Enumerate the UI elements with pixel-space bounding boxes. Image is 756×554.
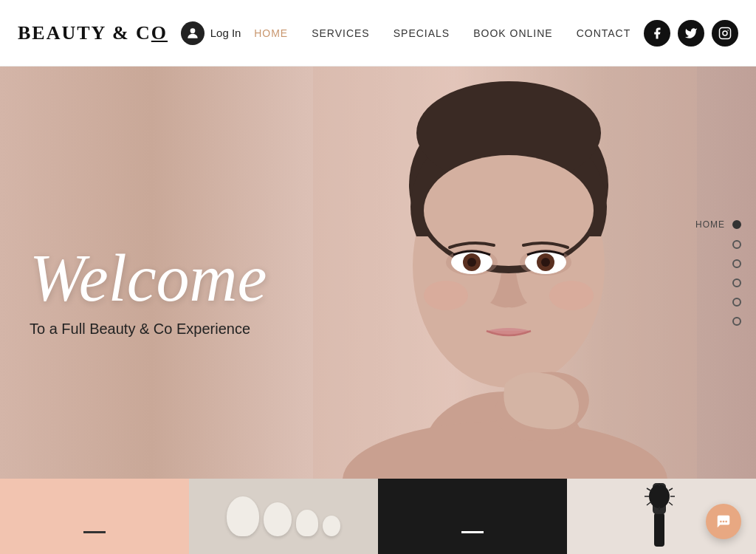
logo-o: o (151, 22, 168, 44)
login-button[interactable]: Log In (181, 21, 241, 45)
slide-dot-2[interactable] (732, 240, 741, 249)
mascara-area (632, 483, 691, 550)
social-icons (644, 20, 738, 47)
hero-image (313, 66, 697, 479)
svg-point-20 (549, 281, 594, 310)
svg-line-27 (669, 488, 673, 490)
slide-dot-5[interactable] (732, 298, 741, 307)
instagram-icon[interactable] (712, 20, 738, 47)
tile-services[interactable] (0, 479, 189, 554)
slide-nav-item-2[interactable] (732, 240, 741, 249)
svg-point-18 (541, 258, 550, 267)
svg-rect-22 (654, 513, 664, 547)
hero-welcome-text: Welcome (30, 245, 267, 312)
tile-black[interactable] (378, 479, 567, 554)
svg-point-17 (467, 258, 476, 267)
slide-nav-item-1[interactable]: HOME (695, 219, 741, 230)
svg-point-35 (725, 521, 727, 523)
twitter-icon[interactable] (678, 20, 704, 47)
svg-point-0 (190, 28, 195, 33)
svg-line-30 (647, 502, 650, 505)
hero-section: Welcome To a Full Beauty & Co Experience… (0, 66, 756, 479)
chat-button[interactable] (706, 504, 741, 539)
svg-line-31 (669, 502, 673, 505)
slide-dot-4[interactable] (732, 278, 741, 287)
slide-nav-item-5[interactable] (732, 298, 741, 307)
tile-spa[interactable] (189, 479, 378, 554)
hero-text-block: Welcome To a Full Beauty & Co Experience (30, 245, 267, 338)
slide-nav-item-4[interactable] (732, 278, 741, 287)
svg-point-34 (723, 521, 725, 523)
hero-subtitle-text: To a Full Beauty & Co Experience (30, 321, 267, 338)
nav-home[interactable]: HOME (254, 27, 288, 39)
svg-line-26 (647, 488, 650, 490)
nav-contact[interactable]: CONTACT (577, 27, 631, 39)
slide-nav-item-3[interactable] (732, 259, 741, 268)
main-nav: HOME SERVICES SPECIALS BOOK ONLINE CONTA… (254, 27, 630, 39)
slide-nav: HOME (695, 219, 741, 326)
site-header: BEAUTY & Co Log In HOME SERVICES SPECIAL… (0, 0, 756, 66)
slide-dot-6[interactable] (732, 317, 741, 326)
spa-stones (227, 496, 340, 536)
svg-rect-1 (719, 27, 730, 38)
tile-3-dash (461, 531, 484, 533)
svg-point-3 (727, 30, 729, 31)
user-icon (181, 21, 205, 45)
facebook-icon[interactable] (644, 20, 670, 47)
login-label: Log In (210, 27, 241, 39)
slide-dot-3[interactable] (732, 259, 741, 268)
svg-point-19 (424, 281, 468, 310)
slide-nav-label: HOME (695, 219, 725, 230)
tile-1-dash (83, 531, 106, 533)
slide-nav-item-6[interactable] (732, 317, 741, 326)
nav-specials[interactable]: SPECIALS (394, 27, 450, 39)
stone-small (296, 510, 318, 536)
site-logo[interactable]: BEAUTY & Co (18, 22, 168, 44)
svg-point-2 (723, 31, 727, 35)
stone-tiny (323, 516, 340, 536)
stone-medium (264, 502, 292, 536)
svg-point-33 (720, 521, 722, 523)
svg-point-10 (424, 155, 594, 266)
slide-dot-1[interactable] (732, 220, 741, 229)
bottom-tiles (0, 479, 756, 554)
stone-large (227, 496, 259, 536)
logo-text: BEAUTY & C (18, 22, 151, 44)
nav-book-online[interactable]: BOOK ONLINE (473, 27, 552, 39)
nav-services[interactable]: SERVICES (312, 27, 370, 39)
svg-point-24 (649, 485, 670, 508)
